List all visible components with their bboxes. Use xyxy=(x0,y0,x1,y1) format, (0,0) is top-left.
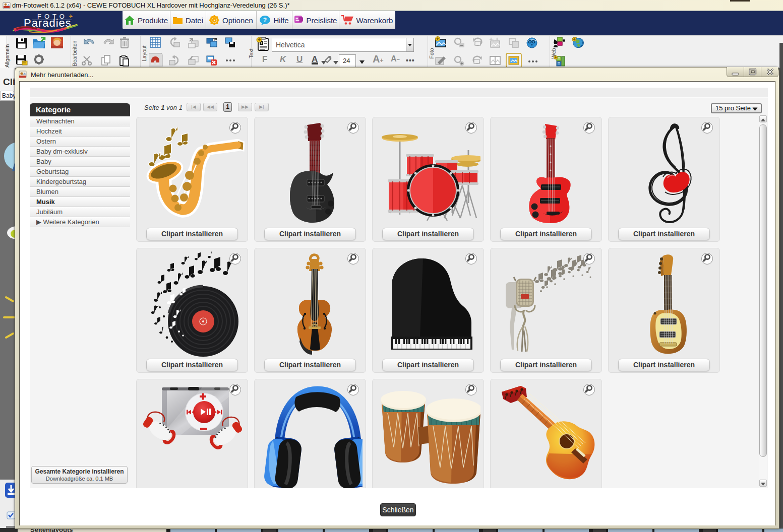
svg-text:?: ? xyxy=(263,17,267,24)
